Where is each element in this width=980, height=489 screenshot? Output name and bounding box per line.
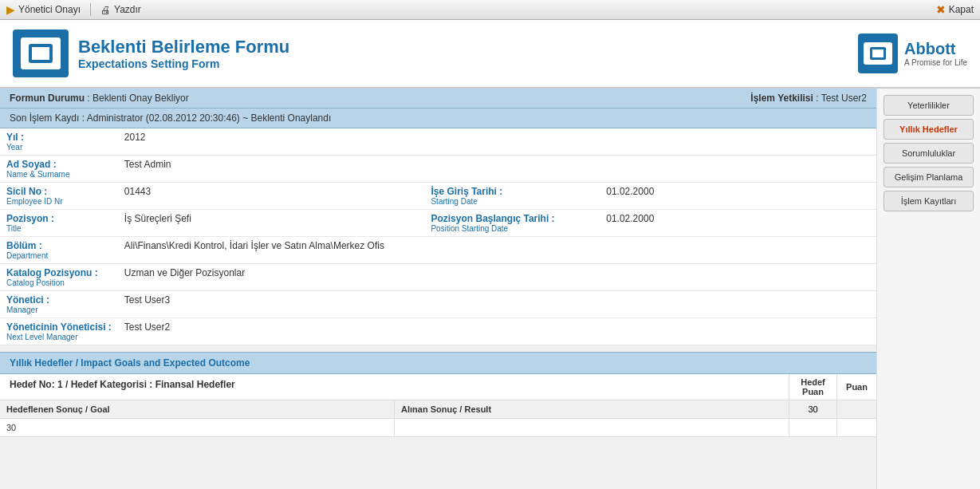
hedef-puan-col-header: HedefPuan (789, 374, 836, 400)
table-row: Yönetici : Manager Test User3 (0, 291, 876, 318)
pozisyon-baslangic-label: Pozisyon Başlangıç Tarihi : Position Sta… (424, 210, 600, 237)
goal-sub-header: Hedeflenen Sonuç / Goal Alınan Sonuç / R… (0, 400, 876, 419)
table-row: Sicil No : Employee ID Nr 01443 İşe Giri… (0, 183, 876, 210)
hedef-puan-empty-cell (789, 419, 836, 436)
authority: İşlem Yetkilisi : Test User2 (750, 93, 867, 104)
log-bar: Son İşlem Kaydı : Administrator (02.08.2… (0, 108, 876, 128)
goal-sub-row: 30 (0, 419, 876, 437)
header-left: Beklenti Belirleme Formu Expectations Se… (13, 30, 289, 77)
table-row: Pozisyon : Title İş Süreçleri Şefi Pozis… (0, 210, 876, 237)
info-section: Yıl : Year 2012 Ad Soyad : Name & Surnam… (0, 128, 876, 345)
yonetici-yonetici-label: Yöneticinin Yöneticisi : Next Level Mana… (0, 318, 118, 345)
yonetici-yonetici-value: Test User2 (118, 318, 876, 345)
form-status-value: : Beklenti Onay Bekliyor (87, 93, 188, 104)
log-value: : Administrator (02.08.2012 20:30:46) ~ … (82, 112, 332, 124)
table-row: Ad Soyad : Name & Surname Test Admin (0, 156, 876, 183)
main-content: Formun Durumu : Beklenti Onay Bekliyor İ… (0, 89, 876, 489)
header-right: Abbott A Promise for Life (858, 34, 967, 73)
toolbar-left: ▶ Yönetici Onayı 🖨 Yazdır (6, 3, 141, 16)
brand-name: Abbott (904, 40, 967, 58)
sicil-no-label: Sicil No : Employee ID Nr (0, 183, 118, 210)
alinan-col: Alınan Sonuç / Result (395, 400, 789, 418)
abbott-logo-box (858, 34, 898, 73)
table-row: Yıl : Year 2012 (0, 128, 876, 156)
form-status: Formun Durumu : Beklenti Onay Bekliyor (10, 93, 189, 104)
table-row: Katalog Pozisyonu : Catalog Position Uzm… (0, 264, 876, 291)
authority-label: İşlem Yetkilisi (750, 93, 813, 104)
goal-row-header: Hedef No: 1 / Hedef Kategorisi : Finansa… (0, 374, 876, 400)
ad-soyad-value: Test Admin (118, 156, 876, 183)
yillik-hedefler-button[interactable]: Yıllık Hedefler (884, 119, 974, 140)
brand-tagline: A Promise for Life (904, 58, 967, 67)
print-button[interactable]: 🖨 Yazdır (100, 4, 141, 16)
yil-label: Yıl : Year (0, 128, 118, 156)
goal-category: Hedef No: 1 / Hedef Kategorisi : Finansa… (0, 374, 789, 400)
form-title-en: Expectations Setting Form (78, 57, 289, 70)
form-status-label: Formun Durumu (10, 93, 85, 104)
puan-empty-cell (836, 419, 876, 436)
pozisyon-baslangic-value: 01.02.2000 (600, 210, 876, 237)
manager-icon: ▶ (6, 3, 15, 16)
hedef-puan-value-cell: 30 (789, 400, 836, 418)
puan-value-cell (836, 400, 876, 418)
puan-col-header: Puan (836, 374, 876, 400)
logo-inner (21, 37, 61, 69)
header: Beklenti Belirleme Formu Expectations Se… (0, 20, 980, 89)
logo-box (13, 30, 69, 77)
table-row: Bölüm : Department Ali\Finans\Kredi Kont… (0, 237, 876, 264)
yil-value: 2012 (118, 128, 876, 156)
log-label: Son İşlem Kaydı (10, 112, 79, 124)
print-icon: 🖨 (100, 4, 111, 16)
goals-section: Hedef No: 1 / Hedef Kategorisi : Finansa… (0, 374, 876, 437)
abbott-text: Abbott A Promise for Life (904, 40, 967, 67)
ise-giris-label: İşe Giriş Tarihi : Starting Date (424, 183, 600, 210)
goals-header-text: Yıllık Hedefler / Impact Goals and Expec… (10, 357, 250, 369)
abbott-logo-inner (864, 42, 892, 65)
info-table: Yıl : Year 2012 Ad Soyad : Name & Surnam… (0, 128, 876, 345)
status-bar: Formun Durumu : Beklenti Onay Bekliyor İ… (0, 89, 876, 108)
manager-approval-button[interactable]: ▶ Yönetici Onayı (6, 3, 81, 16)
result-value-cell (395, 419, 789, 436)
islem-kayitlari-button[interactable]: İşlem Kayıtları (884, 191, 974, 211)
form-title-tr: Beklenti Belirleme Formu (78, 37, 289, 57)
divider (90, 3, 91, 16)
yonetici-value: Test User3 (118, 291, 876, 318)
pozisyon-label: Pozisyon : Title (0, 210, 118, 237)
gelisim-planlama-button[interactable]: Gelişim Planlama (884, 167, 974, 187)
yonetici-label: Yönetici : Manager (0, 291, 118, 318)
table-row: Yöneticinin Yöneticisi : Next Level Mana… (0, 318, 876, 345)
print-label: Yazdır (114, 4, 141, 15)
authority-value: : Test User2 (816, 93, 867, 104)
close-label: Kapat (949, 4, 974, 15)
ad-soyad-label: Ad Soyad : Name & Surname (0, 156, 118, 183)
sidebar: Yeterlilikler Yıllık Hedefler Sorumluluk… (876, 89, 980, 489)
goals-section-header: Yıllık Hedefler / Impact Goals and Expec… (0, 352, 876, 374)
close-icon: ✖ (936, 3, 946, 16)
header-title: Beklenti Belirleme Formu Expectations Se… (78, 37, 289, 70)
yeterlilikler-button[interactable]: Yeterlilikler (884, 95, 974, 116)
bolum-value: Ali\Finans\Kredi Kontrol, İdari İşler ve… (118, 237, 876, 264)
katalog-label: Katalog Pozisyonu : Catalog Position (0, 264, 118, 291)
manager-approval-label: Yönetici Onayı (18, 4, 81, 15)
pozisyon-value: İş Süreçleri Şefi (118, 210, 425, 237)
goal-value-cell: 30 (0, 419, 395, 436)
logo-shape (29, 44, 53, 63)
ise-giris-value: 01.02.2000 (600, 183, 876, 210)
toolbar: ▶ Yönetici Onayı 🖨 Yazdır ✖ Kapat (0, 0, 980, 20)
katalog-value: Uzman ve Diğer Pozisyonlar (118, 264, 876, 291)
main-layout: Formun Durumu : Beklenti Onay Bekliyor İ… (0, 89, 980, 489)
close-button[interactable]: ✖ Kapat (936, 3, 974, 16)
sicil-no-value: 01443 (118, 183, 425, 210)
sorumluluklar-button[interactable]: Sorumluluklar (884, 143, 974, 164)
bolum-label: Bölüm : Department (0, 237, 118, 264)
hedeflenen-col: Hedeflenen Sonuç / Goal (0, 400, 395, 418)
abbott-logo-shape (870, 47, 886, 60)
